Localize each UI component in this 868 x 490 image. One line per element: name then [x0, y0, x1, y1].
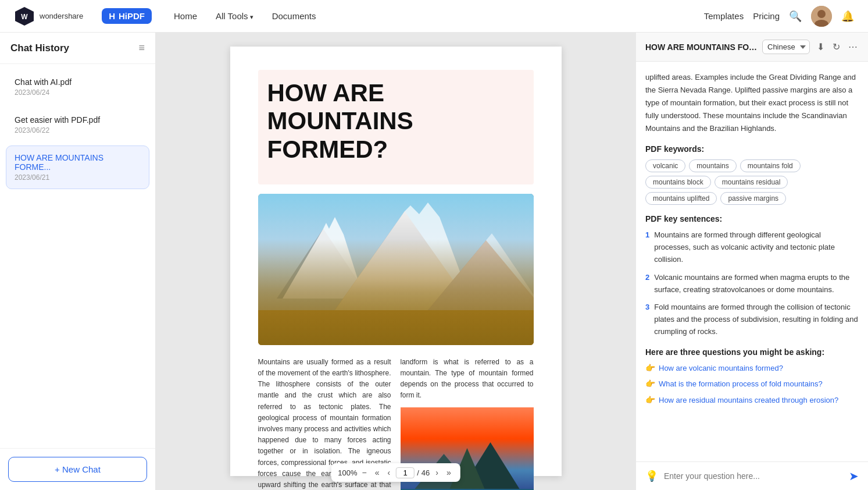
zoom-out-button[interactable]: −	[360, 467, 369, 478]
svg-marker-6	[277, 229, 370, 299]
user-avatar[interactable]	[811, 6, 832, 27]
keyword-5[interactable]: mountains residual	[715, 176, 788, 189]
keywords-title: PDF keywords:	[645, 144, 859, 154]
pdf-document-title: HOW ARE MOUNTAINS FORMED?	[267, 79, 524, 164]
keyword-7[interactable]: passive margins	[720, 192, 786, 205]
sentence-num-3: 3	[645, 301, 649, 338]
download-button[interactable]: ⬇	[816, 40, 826, 54]
sidebar-collapse-button[interactable]: ≡	[138, 42, 145, 54]
refresh-button[interactable]: ↻	[831, 40, 841, 54]
chat-item-date-2: 2023/06/22	[15, 126, 141, 134]
avatar-image	[811, 6, 832, 27]
share-button[interactable]: ⋯	[847, 40, 859, 54]
right-panel-title: HOW ARE MOUNTAINS FORMED...	[645, 42, 762, 52]
first-page-button[interactable]: «	[373, 467, 382, 478]
chat-item-1[interactable]: Chat with AI.pdf 2023/06/24	[6, 70, 149, 104]
pdf-title-section: HOW ARE MOUNTAINS FORMED?	[258, 70, 534, 184]
zoom-value: 100%	[338, 468, 357, 477]
key-sentences-section: PDF key sentences: 1 Mountains are forme…	[645, 214, 859, 338]
search-icon[interactable]: 🔍	[789, 10, 802, 23]
keywords-section: PDF keywords: volcanic mountains mountai…	[645, 144, 859, 205]
question-item-3: 👉 How are residual mountains created thr…	[645, 395, 859, 406]
pdf-mountain-image	[258, 194, 534, 345]
nav-links: Home All Tools Documents	[166, 8, 704, 24]
sidebar-footer: + New Chat	[0, 448, 155, 490]
sentence-text-3: Fold mountains are formed through the co…	[654, 301, 859, 338]
nav-documents[interactable]: Documents	[264, 8, 324, 24]
question-link-3[interactable]: How are residual mountains created throu…	[659, 395, 838, 406]
keyword-1[interactable]: volcanic	[645, 159, 685, 172]
keyword-3[interactable]: mountains fold	[740, 159, 801, 172]
next-page-button[interactable]: ›	[433, 467, 441, 478]
questions-title: Here are three questions you might be as…	[645, 347, 859, 357]
pdf-viewer-area: HOW ARE MOUNTAINS FORMED?	[156, 33, 635, 490]
wondershare-label: wondershare	[40, 12, 83, 21]
pdf-page-info: / 46	[396, 467, 430, 478]
svg-marker-11	[428, 233, 534, 310]
keyword-6[interactable]: mountains uplifted	[645, 192, 717, 205]
hipdf-badge[interactable]: H HiPDF	[102, 8, 152, 24]
question-item-2: 👉 What is the formation process of fold …	[645, 378, 859, 390]
svg-rect-5	[258, 194, 534, 345]
keywords-wrap: volcanic mountains mountains fold mounta…	[645, 159, 859, 205]
question-emoji-3: 👉	[645, 395, 655, 404]
hipdf-label: HiPDF	[119, 11, 145, 21]
page-total: 46	[422, 468, 430, 477]
keyword-4[interactable]: mountains block	[645, 176, 711, 189]
nav-all-tools[interactable]: All Tools	[208, 8, 262, 24]
chat-item-title-1: Chat with AI.pdf	[15, 77, 141, 87]
question-emoji-1: 👉	[645, 363, 655, 372]
chat-list: Chat with AI.pdf 2023/06/24 Get easier w…	[0, 64, 155, 448]
lightbulb-icon: 💡	[645, 470, 658, 482]
nav-home[interactable]: Home	[166, 8, 205, 24]
svg-point-3	[817, 10, 826, 18]
chat-input-area: 💡 ➤	[636, 461, 868, 490]
send-button[interactable]: ➤	[849, 469, 859, 483]
sentence-text-2: Volcanic mountains are formed when magma…	[654, 272, 859, 296]
chat-item-date-1: 2023/06/24	[15, 88, 141, 97]
right-panel-content: uplifted areas. Examples include the Gre…	[636, 62, 868, 461]
chat-item-2[interactable]: Get easier with PDF.pdf 2023/06/22	[6, 108, 149, 142]
last-page-button[interactable]: »	[444, 467, 453, 478]
page-number-input[interactable]	[396, 467, 415, 478]
sentence-item-1: 1 Mountains are formed through different…	[645, 229, 859, 265]
sentence-item-3: 3 Fold mountains are formed through the …	[645, 301, 859, 338]
right-panel-header: HOW ARE MOUNTAINS FORMED... Chinese Engl…	[636, 33, 868, 62]
notification-icon[interactable]: 🔔	[841, 10, 854, 23]
chat-input-field[interactable]	[664, 471, 843, 481]
question-link-1[interactable]: How are volcanic mountains formed?	[659, 363, 783, 374]
new-chat-button[interactable]: + New Chat	[8, 457, 147, 482]
nav-templates[interactable]: Templates	[704, 11, 744, 21]
mountain-image-visual	[258, 194, 534, 345]
pdf-toolbar: 100% − « ‹ / 46 › »	[331, 463, 460, 482]
prev-page-button[interactable]: ‹	[385, 467, 393, 478]
question-emoji-2: 👉	[645, 379, 655, 388]
svg-text:W: W	[21, 13, 28, 21]
wondershare-logo-icon: W	[14, 6, 35, 27]
language-selector[interactable]: Chinese English French Spanish	[762, 40, 810, 54]
summary-text: uplifted areas. Examples include the Gre…	[645, 71, 859, 135]
main-layout: Chat History ≡ Chat with AI.pdf 2023/06/…	[0, 33, 868, 490]
nav-pricing[interactable]: Pricing	[753, 11, 780, 21]
top-navigation: W wondershare H HiPDF Home All Tools Doc…	[0, 0, 868, 33]
sentence-text-1: Mountains are formed through different g…	[654, 229, 859, 265]
question-item-1: 👉 How are volcanic mountains formed?	[645, 363, 859, 374]
hipdf-h-icon: H	[109, 11, 115, 21]
chat-item-3[interactable]: HOW ARE MOUNTAINS FORME... 2023/06/21	[6, 145, 149, 189]
page-separator: /	[417, 468, 419, 477]
sidebar-header: Chat History ≡	[0, 33, 155, 64]
questions-section: Here are three questions you might be as…	[645, 347, 859, 406]
mountain-svg	[258, 194, 534, 345]
header-actions: Chinese English French Spanish ⬇ ↻ ⋯	[762, 40, 859, 54]
chat-item-title-2: Get easier with PDF.pdf	[15, 115, 141, 125]
pdf-zoom-display: 100% −	[338, 467, 369, 478]
question-link-2[interactable]: What is the formation process of fold mo…	[659, 378, 823, 390]
sentence-num-1: 1	[645, 229, 649, 265]
sentences-title: PDF key sentences:	[645, 214, 859, 223]
chat-item-date-3: 2023/06/21	[15, 173, 141, 182]
pdf-scroll-container[interactable]: HOW ARE MOUNTAINS FORMED?	[156, 33, 635, 490]
keyword-2[interactable]: mountains	[689, 159, 736, 172]
pdf-page: HOW ARE MOUNTAINS FORMED?	[230, 47, 562, 476]
logo-area: W wondershare	[14, 6, 83, 27]
sidebar-title: Chat History	[10, 42, 69, 54]
